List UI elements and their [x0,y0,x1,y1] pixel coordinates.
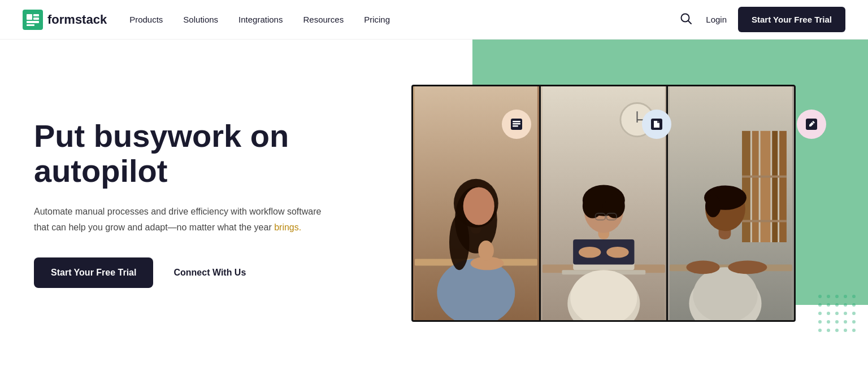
brand-name: formstack [47,12,107,27]
hero-actions: Start Your Free Trial Connect With Us [34,257,339,288]
document-product-icon [649,116,665,132]
svg-point-64 [606,247,628,258]
svg-rect-74 [742,220,787,222]
svg-point-29 [827,329,830,332]
hero-subtitle: Automate manual processes and drive effi… [34,204,328,234]
nav-right: Login Start Your Free Trial [678,7,845,32]
hero-content: Put busywork on autopilot Automate manua… [34,119,362,288]
svg-point-9 [827,295,830,298]
hero-visual [362,56,845,350]
svg-point-14 [827,303,830,307]
logo-icon [23,10,43,30]
svg-point-59 [583,194,602,218]
svg-point-26 [844,320,847,324]
svg-point-20 [835,312,839,315]
svg-rect-69 [752,131,759,242]
svg-point-23 [818,320,822,324]
svg-rect-87 [513,125,518,127]
svg-rect-71 [772,131,778,242]
highlight-text: brings. [274,222,301,232]
svg-rect-0 [23,10,43,30]
svg-rect-86 [513,123,520,125]
svg-point-83 [687,261,720,274]
svg-point-19 [827,312,830,315]
svg-point-16 [844,303,847,307]
search-button[interactable] [678,10,695,29]
svg-point-60 [605,194,624,218]
svg-point-82 [728,261,767,274]
video-frame [411,85,796,322]
svg-point-32 [852,329,856,332]
nav-solutions[interactable]: Solutions [183,15,218,24]
svg-point-13 [818,303,822,307]
svg-rect-2 [33,14,39,16]
connect-with-us-link[interactable]: Connect With Us [173,268,246,278]
svg-rect-72 [779,131,787,242]
nav-resources[interactable]: Resources [303,15,344,24]
svg-rect-85 [513,121,520,123]
svg-rect-5 [27,24,34,26]
svg-point-63 [579,247,601,258]
svg-point-28 [818,329,822,332]
svg-point-30 [835,329,839,332]
svg-point-81 [705,195,721,217]
hero-section: Put busywork on autopilot Automate manua… [0,40,868,367]
svg-rect-1 [27,14,32,20]
svg-point-10 [835,295,839,298]
svg-point-11 [844,295,847,298]
svg-point-17 [852,303,856,307]
svg-point-44 [478,241,494,260]
svg-rect-3 [33,18,39,20]
form-product-icon [509,116,524,132]
main-nav: formstack Products Solutions Integration… [0,0,868,40]
nav-pricing[interactable]: Pricing [364,15,390,24]
svg-point-42 [463,187,494,225]
svg-point-8 [818,295,822,298]
hero-cta-button[interactable]: Start Your Free Trial [34,257,153,288]
nav-links: Products Solutions Integrations Resource… [129,15,678,24]
svg-point-25 [835,320,839,324]
edit-product-icon [804,116,819,132]
svg-point-24 [827,320,830,324]
svg-point-41 [449,215,469,270]
svg-point-15 [835,303,839,307]
floating-icon-document [642,110,671,139]
dots-pattern [817,294,862,339]
login-link[interactable]: Login [706,15,727,24]
nav-products[interactable]: Products [129,15,163,24]
logo-link[interactable]: formstack [23,10,107,30]
video-panel-3 [666,86,794,320]
svg-point-18 [818,312,822,315]
svg-point-22 [852,312,856,315]
svg-point-31 [844,329,847,332]
svg-rect-73 [742,176,787,178]
hero-title: Put busywork on autopilot [34,119,339,188]
svg-rect-70 [761,131,771,242]
floating-icon-form [502,110,531,139]
svg-rect-68 [742,131,750,242]
svg-point-27 [852,320,856,324]
nav-cta-button[interactable]: Start Your Free Trial [738,7,845,32]
search-icon [680,12,692,25]
floating-icon-edit [797,110,826,139]
svg-rect-4 [27,21,39,23]
svg-point-21 [844,312,847,315]
svg-line-7 [688,21,691,24]
svg-point-12 [852,295,856,298]
nav-integrations[interactable]: Integrations [238,15,283,24]
